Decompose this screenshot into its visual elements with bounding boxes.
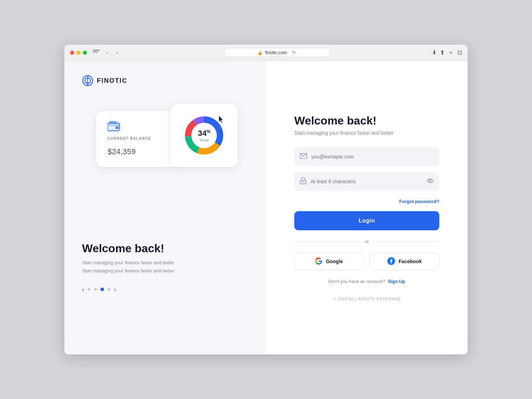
close-button[interactable] <box>70 51 74 55</box>
balance-label: CURRENT BALANCE <box>108 137 170 140</box>
password-group <box>294 172 439 191</box>
right-panel: Welcome back! Start managing your financ… <box>266 61 468 354</box>
footer-text: © 2022 ALL RIGHTS RESERVED <box>294 297 439 301</box>
donut-percent: 34% <box>198 129 210 138</box>
donut-chart: 34% Food <box>181 112 227 158</box>
pagination-next[interactable]: › <box>114 286 116 293</box>
logo-area: FINOTIC <box>82 75 248 86</box>
welcome-title: Welcome back! <box>294 114 439 127</box>
chart-card: 34% Food <box>170 104 238 167</box>
facebook-login-button[interactable]: Facebook <box>370 253 439 270</box>
address-bar[interactable]: 🔒 finotic.com ↻ <box>224 48 330 57</box>
new-tab-icon[interactable]: ＋ <box>448 49 454 56</box>
download-icon[interactable]: ⬇ <box>432 49 436 56</box>
login-button[interactable]: Login <box>294 211 439 230</box>
amount-value: 24,359 <box>112 147 135 156</box>
url-text: finotic.com <box>265 50 287 55</box>
signup-question: Don't you have an account? <box>328 279 385 284</box>
password-input-wrap <box>294 172 439 191</box>
svg-rect-9 <box>118 123 120 125</box>
facebook-label: Facebook <box>399 259 422 264</box>
social-buttons: Google Facebook <box>294 253 439 270</box>
currency-symbol: $ <box>108 147 112 156</box>
tabs-icon[interactable]: ⊡ <box>457 49 462 56</box>
pagination-dot-2[interactable] <box>94 288 97 291</box>
left-welcome-sub1: Start managing your finance faster and b… <box>82 259 248 275</box>
facebook-icon <box>387 257 395 266</box>
donut-sub-label: Food <box>198 138 210 142</box>
lock-field-icon <box>300 177 306 186</box>
browser-window: ‹ › 🔒 finotic.com ↻ ⬇ ⬆ ＋ ⊡ <box>64 45 468 354</box>
lock-icon: 🔒 <box>258 50 263 55</box>
divider-line-right <box>373 241 439 242</box>
pagination-dot-4[interactable] <box>108 288 110 291</box>
forward-button[interactable]: › <box>112 48 122 57</box>
back-button[interactable]: ‹ <box>103 48 112 57</box>
svg-point-18 <box>429 180 431 182</box>
google-label: Google <box>326 259 343 264</box>
welcome-subtitle: Start managing your finance faster and b… <box>294 130 439 136</box>
signup-row: Don't you have an account? Sign Up <box>294 279 439 284</box>
cards-container: CURRENT BALANCE $24,359 <box>82 104 248 217</box>
google-icon <box>315 258 322 266</box>
svg-rect-6 <box>109 121 117 124</box>
balance-amount: $24,359 <box>108 144 170 157</box>
sidebar-toggle-button[interactable] <box>93 50 100 56</box>
left-welcome-title: Welcome back! <box>82 242 248 255</box>
pagination-prev[interactable]: ‹ <box>82 286 84 293</box>
wallet-icon <box>108 121 170 133</box>
email-input[interactable] <box>311 154 434 160</box>
forgot-password-link[interactable]: Forgot password? <box>294 199 439 204</box>
svg-point-8 <box>117 127 118 128</box>
balance-card: CURRENT BALANCE $24,359 <box>96 111 181 167</box>
donut-label: 34% Food <box>198 129 210 142</box>
svg-point-17 <box>303 181 304 183</box>
browser-toolbar: ‹ › 🔒 finotic.com ↻ ⬇ ⬆ ＋ ⊡ <box>64 45 468 61</box>
eye-toggle-icon[interactable] <box>427 178 434 185</box>
logo-text: FINOTIC <box>97 77 127 85</box>
toolbar-actions: ⬇ ⬆ ＋ ⊡ <box>432 49 462 56</box>
email-input-wrap <box>294 147 439 166</box>
pagination: ‹ › <box>82 286 248 293</box>
password-input[interactable] <box>311 179 422 184</box>
svg-rect-5 <box>108 125 120 126</box>
finotic-logo-icon <box>82 75 93 86</box>
google-login-button[interactable]: Google <box>294 253 364 270</box>
address-bar-wrap: 🔒 finotic.com ↻ <box>125 48 429 57</box>
left-panel-bottom: Welcome back! Start managing your financ… <box>82 242 248 293</box>
nav-arrows: ‹ › <box>103 48 122 57</box>
minimize-button[interactable] <box>76 51 81 55</box>
divider: or <box>294 239 439 244</box>
main-content: FINOTIC <box>64 61 468 354</box>
pagination-dot-3[interactable] <box>100 288 104 291</box>
email-icon <box>300 153 307 161</box>
signup-link[interactable]: Sign Up <box>388 279 405 284</box>
cursor-icon <box>219 116 225 123</box>
share-icon[interactable]: ⬆ <box>440 49 445 56</box>
left-panel: FINOTIC <box>64 61 266 354</box>
traffic-lights <box>70 51 87 55</box>
divider-line-left <box>294 241 360 242</box>
reload-icon[interactable]: ↻ <box>292 50 296 55</box>
email-group <box>294 147 439 166</box>
pagination-dot-1[interactable] <box>88 288 91 291</box>
divider-text: or <box>365 239 369 244</box>
maximize-button[interactable] <box>83 51 87 55</box>
